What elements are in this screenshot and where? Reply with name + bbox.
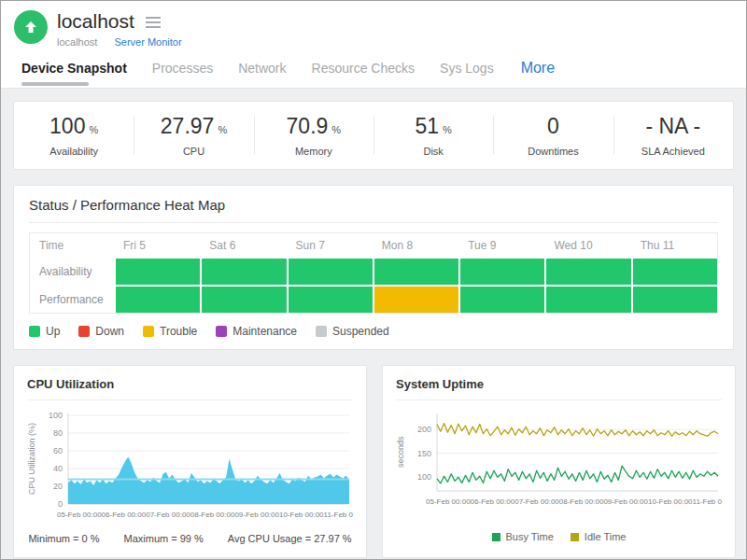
stat-value: 70.9 [287,114,329,139]
tab-more[interactable]: More [521,60,555,77]
stat-value: 27.97 [161,114,215,139]
heatmap-col-header: Mon 8 [374,233,458,257]
heatmap-cell[interactable] [546,287,630,313]
stat-availability: 100% Availability [14,102,134,169]
heatmap-table: Time Fri 5 Sat 6 Sun 7 Mon 8 Tue 9 Wed 1… [29,232,718,314]
tab-processes[interactable]: Processes [152,61,213,76]
cpu-summary-stats: Minimum = 0 % Maximum = 99 % Avg CPU Usa… [27,533,353,544]
uptime-x-axis-labels: 05-Feb 00:00 06-Feb 00:00 07-Feb 00:00 0… [426,497,722,506]
stat-value: 0 [547,114,559,139]
cpu-stat-min: Minimum = 0 % [28,533,99,544]
stat-memory: 70.9% Memory [254,102,374,169]
suspended-swatch-icon [316,326,327,337]
cpu-utilization-card: CPU Utilization CPU Utilization (%) 0204… [13,365,367,558]
heatmap-cell[interactable] [289,259,373,285]
heatmap-cell[interactable] [460,287,544,313]
svg-text:100: 100 [417,472,431,482]
stat-downtimes: 0 Downtimes [493,102,613,169]
cpu-chart-plot: 020406080100 [38,410,353,507]
svg-text:100: 100 [49,411,63,420]
idle-time-swatch-icon [571,533,579,541]
up-swatch-icon [29,326,40,337]
stat-label: Availability [49,146,98,157]
cpu-stat-avg: Avg CPU Usage = 27.97 % [228,533,352,544]
page-title: localhost [57,10,134,33]
stat-value: 51 [415,114,439,139]
stat-value: 100 [49,114,85,139]
cpu-y-axis-label: CPU Utilization (%) [27,410,38,507]
heatmap-legend: Up Down Trouble Maintenance Suspended [29,325,718,338]
breadcrumb-host: localhost [57,36,97,48]
trouble-swatch-icon [143,326,154,337]
tab-resource-checks[interactable]: Resource Checks [312,61,416,76]
cpu-x-axis-labels: 05-Feb 00:00 06-Feb 00:00 07-Feb 00:00 0… [57,511,353,519]
menu-icon[interactable] [146,15,161,28]
heatmap-cell[interactable] [116,287,200,313]
heatmap-col-header: Fri 5 [116,233,200,257]
stat-label: Disk [423,146,443,157]
monitor-status-badge [14,10,48,44]
uptime-y-axis-label: seconds [396,410,407,494]
stat-unit: % [443,124,452,135]
charts-row: CPU Utilization CPU Utilization (%) 0204… [13,365,734,558]
stat-cpu: 27.97% CPU [134,102,253,169]
cpu-chart-title: CPU Utilization [27,377,353,400]
svg-text:80: 80 [53,428,63,438]
heatmap-col-header: Thu 11 [633,233,717,257]
legend-item-down: Down [78,325,124,338]
heatmap-cell[interactable] [116,259,200,285]
uptime-chart-title: System Uptime [396,377,722,400]
stat-unit: % [331,124,341,135]
stat-label: Memory [295,146,332,157]
heatmap-row-label: Availability [30,259,114,285]
tab-device-snapshot[interactable]: Device Snapshot [21,61,127,76]
tab-bar: Device Snapshot Processes Network Resour… [14,57,731,79]
stat-label: CPU [183,146,204,157]
legend-item-trouble: Trouble [143,325,197,338]
stat-unit: % [89,124,98,135]
uptime-legend: Busy Time Idle Time [396,531,722,542]
legend-idle-time: Idle Time [571,531,627,542]
svg-text:0: 0 [58,499,63,507]
heatmap-col-header: Tue 9 [460,233,544,257]
stat-label: Downtimes [528,146,578,157]
svg-text:20: 20 [53,482,63,491]
uptime-chart-plot: 100150200 [407,410,722,494]
heatmap-col-header-time: Time [30,233,114,257]
down-swatch-icon [78,326,90,337]
legend-busy-time: Busy Time [492,531,554,542]
legend-item-maintenance: Maintenance [216,325,297,338]
heatmap-cell[interactable] [374,287,458,313]
heatmap-cell[interactable] [289,287,373,313]
heatmap-col-header: Sun 7 [289,233,373,257]
svg-text:200: 200 [417,425,431,434]
heatmap-card: Status / Performance Heat Map Time Fri 5… [13,185,734,350]
heatmap-cell[interactable] [633,287,717,313]
tab-sys-logs[interactable]: Sys Logs [440,61,494,76]
heatmap-cell[interactable] [633,259,717,285]
tab-network[interactable]: Network [238,61,286,76]
active-tab-indicator[interactable] [21,82,89,86]
stat-unit: % [218,124,227,135]
stat-disk: 51% Disk [374,102,493,169]
heatmap-cell[interactable] [460,259,544,285]
header: localhost localhost Server Monitor Devic… [1,1,746,79]
summary-stats-card: 100% Availability 27.97% CPU 70.9% Memor… [13,101,734,170]
heatmap-row-label: Performance [30,287,114,313]
maintenance-swatch-icon [216,326,227,337]
heatmap-cell[interactable] [202,259,286,285]
heatmap-title: Status / Performance Heat Map [29,197,718,223]
heatmap-cell[interactable] [202,287,286,313]
breadcrumb: localhost Server Monitor [57,36,182,48]
server-monitor-window: localhost localhost Server Monitor Devic… [0,0,747,560]
stat-value: - NA - [645,114,700,139]
svg-text:60: 60 [53,446,63,455]
content-area: 100% Availability 27.97% CPU 70.9% Memor… [1,88,746,560]
breadcrumb-monitor-link[interactable]: Server Monitor [114,36,181,48]
heatmap-cell[interactable] [546,259,630,285]
svg-text:40: 40 [53,464,63,473]
cpu-stat-max: Maximum = 99 % [124,533,204,544]
stat-label: SLA Achieved [641,146,705,157]
heatmap-col-header: Wed 10 [546,233,630,257]
heatmap-cell[interactable] [374,259,458,285]
